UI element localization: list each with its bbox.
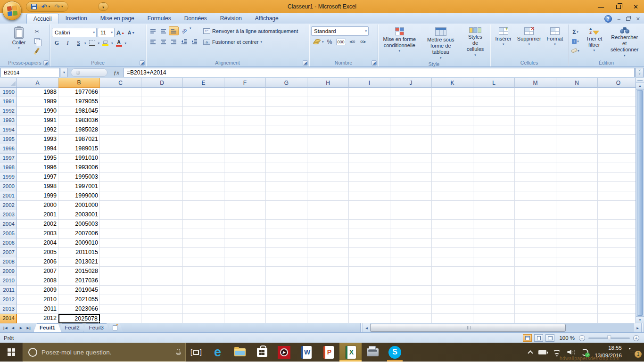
cell-D2004[interactable] <box>141 220 183 229</box>
select-all-corner[interactable] <box>0 78 17 88</box>
cell-O1994[interactable] <box>598 125 636 135</box>
cell-G2002[interactable] <box>266 201 307 210</box>
cell-O1993[interactable] <box>598 116 636 125</box>
number-format-select[interactable]: Standard▾ <box>311 26 369 36</box>
cell-H2014[interactable] <box>307 314 349 323</box>
cell-B1990[interactable]: 1977066 <box>58 88 100 97</box>
cell-C2001[interactable] <box>100 191 141 201</box>
column-header-O[interactable]: O <box>598 78 636 88</box>
cell-N2009[interactable] <box>556 267 598 276</box>
cell-B2009[interactable]: 2015028 <box>58 267 100 276</box>
cell-M1991[interactable] <box>515 97 556 107</box>
workbook-minimize-button[interactable]: – <box>618 16 620 22</box>
cell-M2002[interactable] <box>515 201 556 210</box>
cell-G1993[interactable] <box>266 116 307 125</box>
cell-F1996[interactable] <box>224 144 266 154</box>
cell-C2008[interactable] <box>100 257 141 267</box>
cell-H2003[interactable] <box>307 210 349 220</box>
cell-N1999[interactable] <box>556 173 598 182</box>
ribbon-tab-formules[interactable]: Formules <box>141 14 178 24</box>
cell-L2014[interactable] <box>473 314 515 323</box>
cell-D2007[interactable] <box>141 248 183 257</box>
cell-A2006[interactable]: 2004 <box>17 239 58 248</box>
decrease-decimal-button[interactable]: 00▸ <box>358 37 368 46</box>
workbook-restore-button[interactable] <box>626 17 630 21</box>
cell-G2014[interactable] <box>266 314 307 323</box>
cell-N1990[interactable] <box>556 88 598 97</box>
scroll-down-icon[interactable]: ▼ <box>636 316 644 323</box>
taskbar-fax-scan-icon[interactable] <box>362 343 384 362</box>
cell-N2004[interactable] <box>556 220 598 229</box>
cell-G2011[interactable] <box>266 286 307 295</box>
grow-font-button[interactable]: A▲ <box>116 28 125 37</box>
cell-L2004[interactable] <box>473 220 515 229</box>
cell-H2011[interactable] <box>307 286 349 295</box>
cell-H1993[interactable] <box>307 116 349 125</box>
cell-O2003[interactable] <box>598 210 636 220</box>
cell-F2001[interactable] <box>224 191 266 201</box>
cell-G2013[interactable] <box>266 304 307 314</box>
formula-input[interactable] <box>124 68 635 77</box>
row-header-2006[interactable]: 2006 <box>0 239 17 248</box>
cell-G2008[interactable] <box>266 257 307 267</box>
cell-B2001[interactable]: 1999000 <box>58 191 100 201</box>
cell-O1991[interactable] <box>598 97 636 107</box>
ribbon-tab-données[interactable]: Données <box>178 14 214 24</box>
cell-D2005[interactable] <box>141 229 183 239</box>
cell-N1996[interactable] <box>556 144 598 154</box>
cell-A2007[interactable]: 2005 <box>17 248 58 257</box>
cell-K1990[interactable] <box>432 88 473 97</box>
row-header-2009[interactable]: 2009 <box>0 267 17 276</box>
close-button[interactable]: ✕ <box>633 4 638 10</box>
font-dialog-launcher[interactable]: ◢ <box>140 60 145 66</box>
horizontal-split-handle-right[interactable] <box>641 323 644 332</box>
cell-N2013[interactable] <box>556 304 598 314</box>
cell-F2008[interactable] <box>224 257 266 267</box>
cell-D1993[interactable] <box>141 116 183 125</box>
cell-I1994[interactable] <box>349 125 390 135</box>
cell-J1996[interactable] <box>390 144 432 154</box>
cell-E2009[interactable] <box>183 267 224 276</box>
cell-J2000[interactable] <box>390 182 432 191</box>
cell-N2003[interactable] <box>556 210 598 220</box>
notification-center-icon[interactable]: 1 <box>629 348 638 356</box>
borders-button[interactable] <box>87 39 97 48</box>
taskbar-skype-icon[interactable]: S <box>384 343 406 362</box>
start-button[interactable] <box>0 343 23 362</box>
cell-D2009[interactable] <box>141 267 183 276</box>
cell-K1992[interactable] <box>432 107 473 116</box>
cell-A2003[interactable]: 2001 <box>17 210 58 220</box>
copy-button[interactable] <box>32 36 42 45</box>
increase-indent-button[interactable] <box>190 37 199 46</box>
cell-E2002[interactable] <box>183 201 224 210</box>
cell-C1998[interactable] <box>100 163 141 173</box>
cell-N2002[interactable] <box>556 201 598 210</box>
cell-A1992[interactable]: 1990 <box>17 107 58 116</box>
cell-D1991[interactable] <box>141 97 183 107</box>
cell-O2008[interactable] <box>598 257 636 267</box>
cell-D2010[interactable] <box>141 276 183 286</box>
cell-C1997[interactable] <box>100 154 141 163</box>
cell-I2007[interactable] <box>349 248 390 257</box>
autosum-button[interactable]: Σ▾ <box>570 27 580 36</box>
cell-G1997[interactable] <box>266 154 307 163</box>
battery-icon[interactable] <box>538 350 546 354</box>
cell-K2005[interactable] <box>432 229 473 239</box>
cell-M1994[interactable] <box>515 125 556 135</box>
cortana-search-box[interactable]: Posez-moi une question. <box>23 343 186 362</box>
cell-J1990[interactable] <box>390 88 432 97</box>
column-header-B[interactable]: B <box>58 78 100 88</box>
cell-C2012[interactable] <box>100 295 141 304</box>
cell-M2005[interactable] <box>515 229 556 239</box>
cell-F1993[interactable] <box>224 116 266 125</box>
cell-M2008[interactable] <box>515 257 556 267</box>
cell-I1999[interactable] <box>349 173 390 182</box>
cell-N1993[interactable] <box>556 116 598 125</box>
row-header-2005[interactable]: 2005 <box>0 229 17 239</box>
cell-D2008[interactable] <box>141 257 183 267</box>
cell-I2004[interactable] <box>349 220 390 229</box>
cell-I2005[interactable] <box>349 229 390 239</box>
next-sheet-icon[interactable]: ▶ <box>17 326 25 330</box>
cell-A1991[interactable]: 1989 <box>17 97 58 107</box>
cell-E2013[interactable] <box>183 304 224 314</box>
